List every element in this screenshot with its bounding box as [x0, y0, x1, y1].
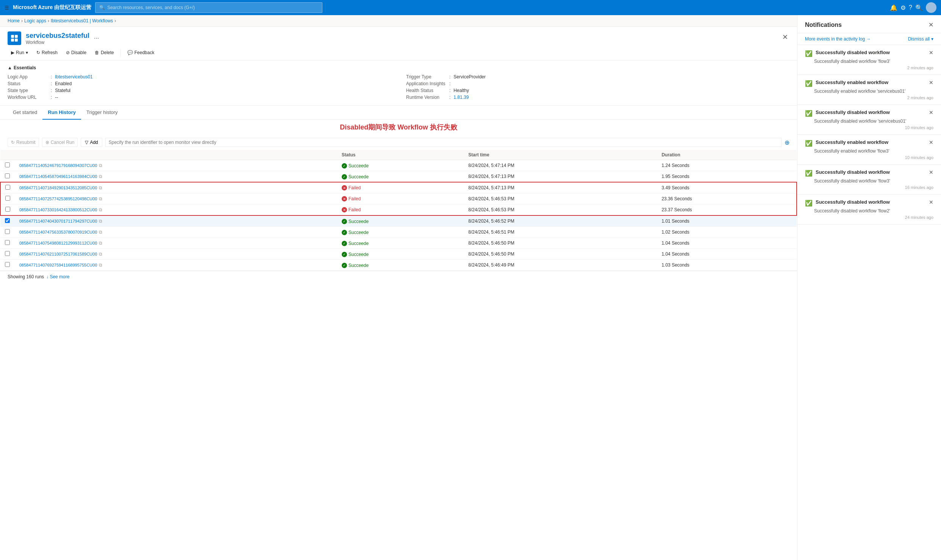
table-row-checkbox[interactable]: [0, 193, 15, 204]
avatar[interactable]: [926, 2, 936, 13]
workflow-icon: [8, 31, 21, 45]
notif-close-button[interactable]: ✕: [929, 199, 933, 205]
close-button[interactable]: ✕: [781, 31, 789, 43]
resubmit-label: Resubmit: [16, 140, 36, 145]
cancel-icon: ⊗: [45, 140, 49, 145]
notifications-header: Notifications ✕: [797, 15, 941, 33]
notif-close-button[interactable]: ✕: [929, 139, 933, 145]
run-id-link[interactable]: 08584771140545870496114163984CU00: [19, 174, 97, 179]
run-button[interactable]: ▶ Run ▾: [8, 48, 31, 57]
notif-close-button[interactable]: ✕: [929, 169, 933, 175]
resubmit-icon: ↻: [11, 140, 15, 145]
hamburger-icon[interactable]: ☰: [5, 5, 9, 11]
notif-close-button[interactable]: ✕: [929, 109, 933, 115]
run-id-link[interactable]: 08584771140769275941168995755CU00: [19, 263, 97, 267]
more-options-icon[interactable]: ···: [94, 35, 99, 42]
search-icon-2[interactable]: 🔍: [915, 4, 923, 11]
delete-button[interactable]: 🗑 Delete: [91, 48, 117, 57]
notif-close-button[interactable]: ✕: [929, 80, 933, 86]
notification-item: ✅ Successfully disabled workflow ✕ Succe…: [797, 165, 941, 195]
table-row: 08584771140754980812129993112CU00⧉: [15, 238, 337, 249]
global-search[interactable]: 🔍 Search resources, services, and docs (…: [95, 2, 322, 13]
table-row-checkbox[interactable]: [0, 204, 15, 216]
runtime-version-link[interactable]: 1.81.39: [453, 95, 469, 100]
table-row-checkbox[interactable]: [0, 260, 15, 271]
run-id-link[interactable]: 08584771140754980812129993112CU00: [19, 241, 97, 245]
table-row-checkbox[interactable]: [0, 238, 15, 249]
notifications-close-button[interactable]: ✕: [928, 21, 933, 28]
run-starttime-cell: 8/24/2024, 5:46:49 PM: [464, 260, 657, 271]
status-label: Succeede: [349, 230, 369, 235]
copy-icon[interactable]: ⧉: [99, 163, 102, 168]
logic-app-link[interactable]: lbtestservicebus01: [55, 74, 92, 80]
copy-icon[interactable]: ⧉: [99, 251, 102, 257]
help-icon[interactable]: ?: [909, 4, 912, 11]
copy-icon[interactable]: ⧉: [99, 174, 102, 179]
notification-item: ✅ Successfully disabled workflow ✕ Succe…: [797, 195, 941, 225]
cancel-run-button[interactable]: ⊗ Cancel Run: [42, 138, 78, 147]
notif-title: Successfully enabled workflow: [816, 80, 926, 85]
copy-icon[interactable]: ⧉: [99, 185, 102, 190]
run-id-link[interactable]: 08584771140740430701711794297CU00: [19, 219, 97, 223]
activity-log-link[interactable]: More events in the activity log →: [805, 36, 871, 42]
breadcrumb-workflows[interactable]: lbtestservicebus01 | Workflows: [51, 18, 113, 23]
run-status-cell: ✓ Succeede: [337, 227, 464, 238]
notif-check-icon: ✅: [805, 140, 813, 147]
gear-icon[interactable]: ⚙: [900, 4, 906, 11]
dismiss-all-button[interactable]: Dismiss all ▾: [908, 36, 933, 42]
notif-body: Successfully disabled workflow 'serviceb…: [814, 119, 933, 124]
notif-time: 2 minutes ago: [805, 95, 933, 100]
tab-trigger-history[interactable]: Trigger history: [81, 106, 123, 120]
breadcrumb-logic-apps[interactable]: Logic apps: [24, 18, 46, 23]
run-id-link[interactable]: 08584771140762110072517061589CU00: [19, 252, 97, 256]
copy-icon[interactable]: ⧉: [99, 240, 102, 246]
run-duration-cell: 23.36 Seconds: [657, 193, 797, 204]
run-starttime-cell: 8/24/2024, 5:46:51 PM: [464, 227, 657, 238]
disable-button[interactable]: ⊘ Disable: [63, 48, 90, 57]
bell-icon[interactable]: 🔔: [890, 4, 897, 11]
breadcrumb-home[interactable]: Home: [8, 18, 20, 23]
essentials-row-triggertype: Trigger Type : ServiceProvider: [406, 73, 789, 80]
copy-icon[interactable]: ⧉: [99, 196, 102, 201]
table-row: 08584771140769275941168995755CU00⧉: [15, 260, 337, 271]
run-id-link[interactable]: 08584771140524679179168094307CU00: [19, 163, 97, 168]
notifications-actions: More events in the activity log → Dismis…: [797, 33, 941, 45]
copy-icon[interactable]: ⧉: [99, 218, 102, 224]
copy-icon[interactable]: ⧉: [99, 262, 102, 268]
run-id-link[interactable]: 08584771140718492901343512085CU00: [19, 186, 97, 190]
status-label: Succeede: [349, 163, 369, 168]
tab-run-history[interactable]: Run History: [42, 106, 81, 120]
table-row-checkbox[interactable]: [0, 171, 15, 183]
table-row-checkbox[interactable]: [0, 215, 15, 227]
see-more-link[interactable]: ↓ See more: [46, 274, 69, 279]
search-add-icon[interactable]: ⊕: [785, 139, 789, 146]
collapse-icon[interactable]: ▲: [8, 65, 12, 70]
feedback-button[interactable]: 💬 Feedback: [124, 48, 158, 57]
essentials-row-status: Status : Enabled: [8, 80, 391, 87]
breadcrumb: Home › Logic apps › lbtestservicebus01 |…: [0, 15, 797, 27]
table-row-checkbox[interactable]: [0, 227, 15, 238]
run-search-input[interactable]: [105, 138, 782, 147]
table-row-checkbox[interactable]: [0, 160, 15, 171]
tab-get-started[interactable]: Get started: [8, 106, 42, 120]
notif-time: 2 minutes ago: [805, 66, 933, 70]
svg-rect-3: [15, 39, 18, 42]
filter-add-button[interactable]: ▽ Add: [81, 138, 102, 147]
notifications-list: ✅ Successfully disabled workflow ✕ Succe…: [797, 45, 941, 560]
svg-rect-0: [11, 35, 14, 38]
run-id-link[interactable]: 08584771140747563353780070919CU00: [19, 230, 97, 234]
copy-icon[interactable]: ⧉: [99, 207, 102, 212]
run-history-toolbar: ↻ Resubmit ⊗ Cancel Run ▽ Add ⊕: [0, 135, 797, 150]
essentials-row-appinsights: Application Insights :: [406, 80, 789, 87]
refresh-button[interactable]: ↻ Refresh: [33, 48, 61, 57]
resubmit-button[interactable]: ↻ Resubmit: [8, 138, 39, 147]
success-icon: ✓: [342, 174, 347, 179]
notif-close-button[interactable]: ✕: [929, 50, 933, 56]
table-row-checkbox[interactable]: [0, 182, 15, 193]
table-row-checkbox[interactable]: [0, 249, 15, 260]
run-id-link[interactable]: 08584771140733016424133800512CU00: [19, 207, 97, 212]
run-id-link[interactable]: 08584771140725774253895120498CU00: [19, 197, 97, 201]
status-label: Succeede: [349, 174, 369, 179]
notifications-panel: Notifications ✕ More events in the activ…: [797, 15, 941, 560]
copy-icon[interactable]: ⧉: [99, 229, 102, 235]
